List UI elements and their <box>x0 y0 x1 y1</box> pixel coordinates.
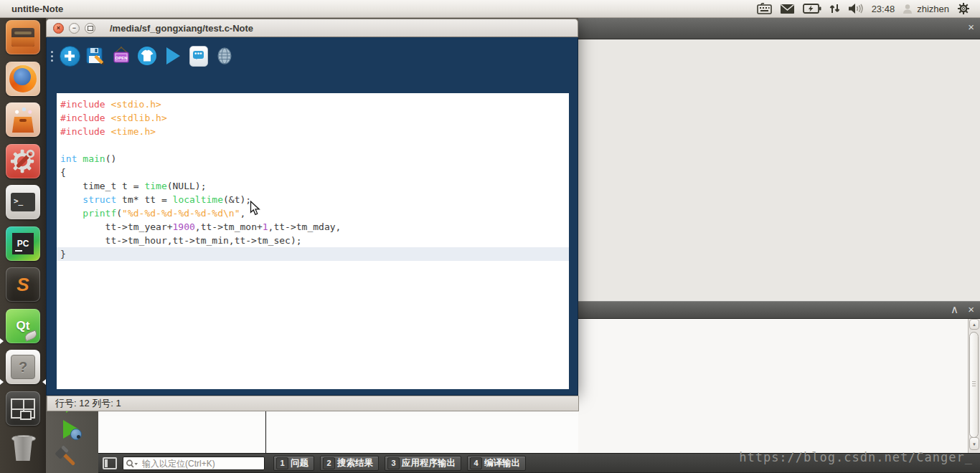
scrollbar-thumb[interactable] <box>969 332 979 438</box>
code-line[interactable]: #include <stdio.h> <box>57 97 569 111</box>
output-tab-compile-output[interactable]: 4 编译输出 <box>467 456 526 471</box>
running-indicator-arrow <box>0 379 4 385</box>
maximize-button[interactable] <box>85 23 95 34</box>
scroll-up-button[interactable]: ▲ <box>969 319 979 330</box>
tshirt-icon <box>137 46 157 66</box>
top-panel: untitle-Note 23:48 zhizhen <box>0 0 980 18</box>
launcher-item-pycharm[interactable]: PC <box>6 226 40 261</box>
qtcreator-editor-pane-header: × <box>578 17 980 39</box>
sync-indicator-icon[interactable] <box>829 3 840 14</box>
new-note-button[interactable] <box>59 45 80 67</box>
sidebar-toggle-icon[interactable] <box>103 457 117 469</box>
unknown-app-icon: ? <box>11 355 35 379</box>
launcher-item-terminal[interactable]: >_ <box>6 185 40 219</box>
launcher-item-workspace-switcher[interactable] <box>6 391 40 426</box>
session-gear-icon[interactable] <box>957 2 970 15</box>
code-editor[interactable]: #include <stdio.h>#include <stdlib.h>#in… <box>57 93 569 389</box>
search-icon <box>126 459 138 472</box>
window-title: /media/sf_gongxiang/test.c-Note <box>110 23 253 34</box>
launcher-item-software-center[interactable] <box>6 102 40 137</box>
output-pane-close-button[interactable]: × <box>968 302 974 317</box>
code-line[interactable]: { <box>57 166 569 179</box>
open-button[interactable]: OPEN <box>110 45 132 67</box>
code-line[interactable]: tt->tm_hour,tt->tm_min,tt->tm_sec); <box>57 234 569 247</box>
run-note-button[interactable] <box>162 45 184 67</box>
unity-launcher: >_ PC S Qt ? <box>0 17 46 473</box>
save-button[interactable] <box>85 45 106 67</box>
web-button[interactable] <box>214 45 235 67</box>
clock-label[interactable]: 23:48 <box>872 4 895 14</box>
trash-icon <box>12 436 34 461</box>
tab-number: 1 <box>276 457 288 469</box>
launcher-item-note-app[interactable]: ? <box>6 350 40 384</box>
username-label[interactable]: zhizhen <box>917 4 949 14</box>
globe-icon <box>216 46 233 66</box>
launcher-item-sublime-text[interactable]: S <box>6 267 40 302</box>
system-tray: 23:48 zhizhen <box>757 2 980 15</box>
output-tab-application-output[interactable]: 3 应用程序输出 <box>385 456 461 471</box>
pycharm-icon: PC <box>12 233 34 254</box>
code-line[interactable]: time_t t = time(NULL); <box>57 179 569 193</box>
user-icon <box>903 4 913 14</box>
qtcreator-editor-area[interactable] <box>578 39 980 301</box>
code-line[interactable]: struct tm* tt = localtime(&t); <box>57 193 569 206</box>
tab-label: 搜索结果 <box>337 457 378 469</box>
workspace-switcher-icon <box>11 398 35 419</box>
locator <box>123 457 265 470</box>
code-line[interactable]: #include <stdlib.h> <box>57 111 569 125</box>
focused-indicator-arrow <box>42 379 46 385</box>
output-tab-issues[interactable]: 1 问题 <box>273 456 314 471</box>
cursor-position-label: 行号: 12 列号: 1 <box>47 397 121 410</box>
bug-icon <box>70 429 82 440</box>
toolbar-grip-icon[interactable] <box>51 51 53 62</box>
tab-number: 2 <box>323 457 335 469</box>
launcher-item-system-settings[interactable] <box>6 144 40 178</box>
build-button[interactable] <box>55 444 80 473</box>
minimize-button[interactable]: − <box>69 23 80 34</box>
mail-indicator-icon[interactable] <box>780 4 795 14</box>
code-area: #include <stdio.h>#include <stdlib.h>#in… <box>57 97 569 261</box>
battery-indicator-icon[interactable] <box>803 4 821 14</box>
locator-input[interactable] <box>123 457 265 470</box>
desktop: untitle-Note 23:48 zhizhen <box>0 0 980 473</box>
scroll-down-button[interactable]: ▼ <box>969 437 979 450</box>
qtcreator-icon: Qt <box>17 319 30 333</box>
code-line[interactable]: } <box>57 247 569 261</box>
launcher-item-firefox[interactable] <box>6 62 40 96</box>
note-body: OPEN ••• #include <stdio.h>#include <std… <box>46 37 578 396</box>
launcher-item-qtcreator[interactable]: Qt <box>6 309 40 343</box>
keyboard-indicator-icon[interactable] <box>757 3 772 14</box>
chat-button[interactable]: ••• <box>188 45 209 67</box>
svg-text:OPEN: OPEN <box>115 56 127 60</box>
code-line[interactable]: tt->tm_year+1900,tt->tm_mon+1,tt->tm_mda… <box>57 220 569 234</box>
tab-label: 问题 <box>291 457 314 469</box>
tab-number: 4 <box>470 457 482 469</box>
output-tab-bar: 1 问题 2 搜索结果 3 应用程序输出 4 编译输出 <box>273 456 526 471</box>
code-line[interactable] <box>57 138 569 152</box>
play-icon <box>166 47 180 64</box>
plus-icon <box>60 46 80 67</box>
note-statusbar: 行号: 12 列号: 1 <box>47 396 579 411</box>
output-pane-maximize-button[interactable]: ∧ <box>951 302 958 317</box>
note-toolbar: OPEN ••• <box>47 37 578 75</box>
launcher-item-trash[interactable] <box>6 431 40 466</box>
tab-label: 编译输出 <box>484 457 525 469</box>
code-line[interactable]: int main() <box>57 152 569 166</box>
close-button[interactable]: × <box>53 23 64 34</box>
qtcreator-output-pane[interactable]: ▲ ▼ <box>578 317 980 453</box>
code-line[interactable]: #include <time.h> <box>57 125 569 138</box>
debug-button[interactable] <box>63 420 79 439</box>
tab-number: 3 <box>387 457 400 469</box>
launcher-item-files[interactable] <box>6 20 40 54</box>
chat-bubble-icon: ••• <box>189 46 208 67</box>
firefox-icon <box>9 65 37 92</box>
running-indicator-arrow <box>0 338 4 344</box>
note-titlebar[interactable]: × − /media/sf_gongxiang/test.c-Note <box>46 19 578 37</box>
editor-pane-close-button[interactable]: × <box>968 19 974 35</box>
output-tab-search-results[interactable]: 2 搜索结果 <box>320 456 379 471</box>
active-app-title: untitle-Note <box>0 4 63 14</box>
files-icon <box>11 28 34 47</box>
code-line[interactable]: printf("%d-%d-%d-%d-%d-%d\n", <box>57 206 569 220</box>
theme-button[interactable] <box>136 45 158 67</box>
volume-indicator-icon[interactable] <box>848 3 864 14</box>
